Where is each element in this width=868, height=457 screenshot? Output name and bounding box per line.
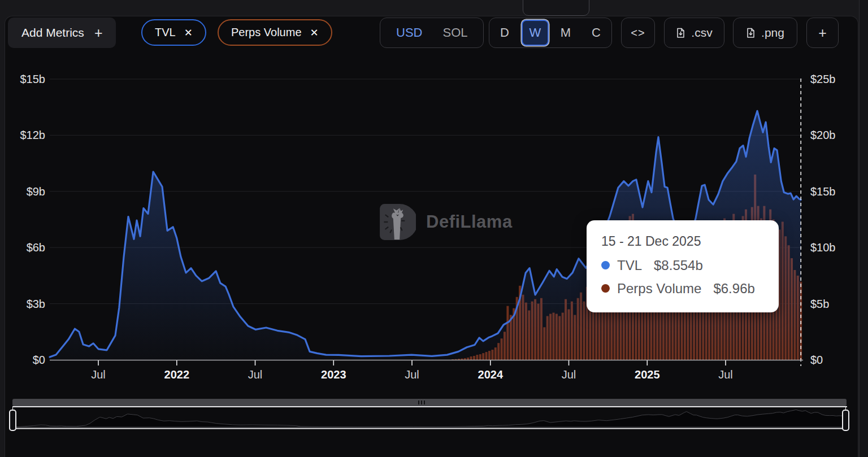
- svg-text:$15b: $15b: [810, 185, 836, 198]
- llama-logo-icon: [379, 203, 416, 241]
- svg-text:Jul: Jul: [718, 368, 733, 381]
- brush-handle-left[interactable]: [9, 410, 16, 431]
- tooltip-date: 15 - 21 Dec 2025: [601, 234, 764, 249]
- svg-text:$25b: $25b: [810, 73, 836, 85]
- svg-text:$0: $0: [810, 354, 823, 366]
- tooltip-tvl-label: TVL: [617, 258, 642, 273]
- svg-text:Jul: Jul: [91, 368, 106, 381]
- svg-text:Jul: Jul: [248, 368, 263, 381]
- svg-text:$0: $0: [33, 354, 45, 366]
- svg-text:Jul: Jul: [405, 368, 419, 381]
- tooltip-perps-label: Perps Volume: [617, 281, 701, 297]
- svg-text:$5b: $5b: [810, 298, 829, 310]
- svg-text:2022: 2022: [164, 368, 190, 381]
- svg-text:$20b: $20b: [810, 129, 836, 141]
- watermark-text: DefiLlama: [426, 212, 513, 232]
- svg-text:$12b: $12b: [20, 129, 46, 141]
- main-chart[interactable]: Jul2022Jul2023Jul2024Jul2025Jul $0$3b$6b…: [0, 0, 868, 395]
- brush-handle-right[interactable]: [842, 410, 849, 431]
- svg-text:$9b: $9b: [27, 185, 45, 198]
- tooltip-row-tvl: TVL $8.554b: [601, 254, 764, 277]
- svg-text:2025: 2025: [635, 368, 660, 381]
- tooltip-perps-value: $6.96b: [713, 281, 754, 297]
- svg-text:2024: 2024: [478, 368, 504, 381]
- tvl-dot-icon: [601, 261, 610, 269]
- tooltip-tvl-value: $8.554b: [654, 258, 703, 273]
- range-brush[interactable]: [0, 395, 868, 457]
- svg-text:$10b: $10b: [810, 241, 836, 254]
- chart-tooltip: 15 - 21 Dec 2025 TVL $8.554b Perps Volum…: [587, 220, 779, 312]
- perps-dot-icon: [601, 284, 610, 293]
- tooltip-row-perps: Perps Volume $6.96b: [601, 277, 764, 300]
- y-axis-right-labels: $0$5b$10b$15b$20b$25b: [810, 73, 836, 366]
- defillama-chart-page: Add Metrics + TVL ✕ Perps Volume ✕ USD S…: [0, 0, 868, 457]
- defillama-watermark: DefiLlama: [379, 203, 513, 241]
- y-axis-left-labels: $0$3b$6b$9b$12b$15b: [20, 73, 46, 366]
- svg-text:2023: 2023: [321, 368, 346, 381]
- minimap-series: [13, 410, 846, 427]
- svg-text:$6b: $6b: [27, 241, 45, 254]
- svg-text:Jul: Jul: [562, 368, 576, 381]
- x-axis: Jul2022Jul2023Jul2024Jul2025Jul: [50, 360, 803, 381]
- svg-text:$3b: $3b: [27, 298, 45, 310]
- svg-text:$15b: $15b: [20, 73, 46, 85]
